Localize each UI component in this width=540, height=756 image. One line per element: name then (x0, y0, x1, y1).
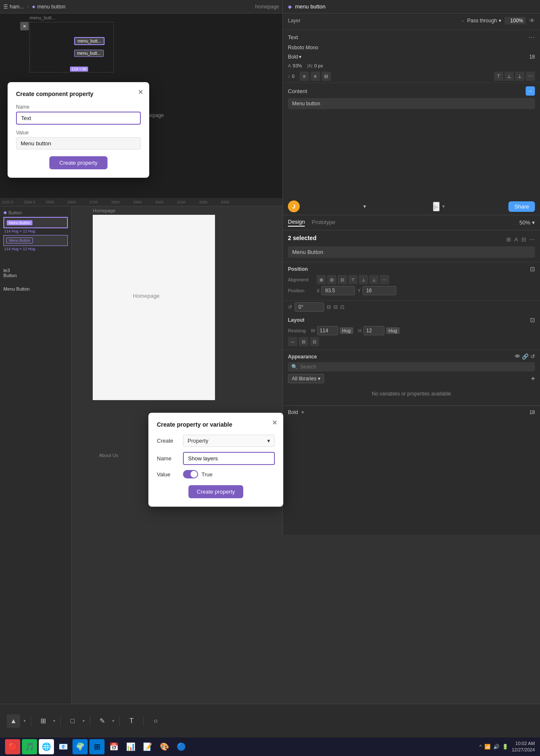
clock: 10:02 AM (512, 740, 535, 747)
width-input[interactable] (317, 326, 338, 335)
link-icon[interactable]: 🔗 (522, 353, 529, 360)
valign-bot-btn[interactable]: ⊥ (515, 72, 524, 81)
homepage-center-text: Homepage (133, 293, 160, 299)
taskbar-icon-figma[interactable]: 🔴 (5, 739, 20, 754)
text-options-icon[interactable]: ⋯ (528, 33, 535, 41)
taskbar-icon-app[interactable]: 🔵 (174, 739, 189, 754)
align-right-btn[interactable]: ⊡ (338, 275, 347, 284)
align-left-btn[interactable]: ≡ (300, 72, 309, 81)
rpb-toolbar: J ▾ ▶ ▾ Share (283, 198, 540, 215)
align-mid-btn[interactable]: ⊥ (359, 275, 368, 284)
more-text-options-btn[interactable]: ⋯ (526, 72, 535, 81)
breadcrumb-separator: › (27, 4, 29, 10)
play-btn[interactable]: ▶ (433, 202, 440, 211)
dialog2-toggle[interactable] (183, 470, 198, 478)
dialog1-close-btn[interactable]: ✕ (138, 88, 143, 96)
layout-options-icon[interactable]: ⊡ (530, 317, 535, 323)
font-size-bottom: 18 (529, 409, 535, 415)
constraint-center-btn[interactable]: ⊟ (299, 337, 308, 346)
valign-top-btn[interactable]: ⊤ (494, 72, 503, 81)
play-dropdown-btn[interactable]: ▾ (442, 203, 445, 209)
dialog1-value-display: Menu button (16, 137, 141, 150)
pen-tool-btn[interactable]: ✎ (95, 714, 109, 728)
position-row: Position X Y (288, 286, 535, 295)
dialog2-create-select[interactable]: Property ▾ (183, 435, 275, 447)
rotate-input[interactable] (295, 302, 324, 312)
valign-mid-btn[interactable]: ⊥ (505, 72, 514, 81)
dialog1-create-btn[interactable]: Create property (49, 156, 107, 169)
dialog1-name-input[interactable] (16, 112, 141, 125)
position-y-input[interactable] (363, 286, 396, 295)
taskbar-icon-edge[interactable]: 🌍 (73, 739, 88, 754)
pen-tool-dropdown-icon[interactable]: ▾ (112, 719, 114, 723)
align-center-btn[interactable]: ≡ (311, 72, 320, 81)
alignment-icons: ⊞ ⊟ ⊡ ⊤ ⊥ ⊥ ⋯ (317, 275, 389, 284)
canvas-homepage-frame: Homepage (93, 215, 215, 400)
tool-dropdown-icon[interactable]: ▾ (24, 719, 26, 723)
tab-design[interactable]: Design (288, 219, 305, 227)
taskbar-icon-figma2[interactable]: 🎨 (157, 739, 172, 754)
refresh-icon[interactable]: ↺ (530, 353, 535, 360)
avatar-dropdown-btn[interactable]: ▾ (363, 203, 366, 209)
font-weight-select[interactable]: Bold ▾ (288, 54, 301, 60)
content-value: Menu button (288, 98, 535, 109)
zoom-selector[interactable]: 50% ▾ (519, 219, 535, 226)
grid-icon-btn[interactable]: ⊟ (521, 236, 526, 243)
dialog2-create-btn[interactable]: Create property (188, 485, 243, 498)
dialog2-close-btn[interactable]: ✕ (272, 419, 277, 427)
library-select[interactable]: All libraries ▾ (288, 374, 324, 383)
text-align-row: ≡ ≡ ⊟ (300, 72, 331, 81)
taskbar-icon-notes[interactable]: 📝 (140, 739, 155, 754)
taskbar-icon-mail[interactable]: 📧 (56, 739, 71, 754)
blend-mode-select[interactable]: Pass through ▾ (467, 18, 501, 24)
taskbar-icon-outlook[interactable]: 📅 (106, 739, 121, 754)
font-size-input[interactable]: 18 (529, 54, 535, 60)
date: 12/27/2024 (512, 747, 535, 753)
content-link-btn[interactable]: → (526, 86, 535, 96)
taskbar-icon-chrome[interactable]: 🌐 (39, 739, 54, 754)
dialog2-name-input[interactable] (183, 452, 275, 465)
eye-icon[interactable]: 👁 (529, 17, 535, 24)
share-btn[interactable]: Share (508, 201, 535, 212)
select-tool-btn[interactable]: ▲ (7, 714, 20, 728)
constraint-right-btn[interactable]: ⊡ (310, 337, 319, 346)
frame-tool-btn[interactable]: ⊞ (36, 714, 50, 728)
align-top-btn[interactable]: ⊤ (348, 275, 357, 284)
resize-constraint-icons: ↔ ⊟ ⊡ (288, 337, 535, 346)
height-input[interactable] (363, 326, 384, 335)
constraint-left-btn[interactable]: ↔ (288, 337, 297, 346)
close-frame-btn[interactable]: ✕ (20, 22, 29, 30)
frame-tool-dropdown-icon[interactable]: ▾ (53, 719, 55, 723)
menu-btn-chip-sidebar-2: Menu Button (6, 238, 33, 243)
taskbar-chevron[interactable]: ^ (479, 744, 482, 750)
more-align-btn[interactable]: ⋯ (380, 275, 389, 284)
menu-button-row-2: Menu Button (3, 235, 68, 246)
top-toolbar: ☰ ham... › ◆ menu button homepage (0, 0, 282, 13)
text-tool-btn[interactable]: T (125, 714, 138, 728)
canvas-menu-button-label: Menu Button (3, 286, 68, 291)
add-library-btn[interactable]: + (531, 375, 535, 382)
align-center-btn[interactable]: ⊟ (327, 275, 336, 284)
align-bot-btn[interactable]: ⊥ (369, 275, 379, 284)
text-icon-btn[interactable]: A (514, 236, 518, 243)
taskbar-icon-windows[interactable]: ⊞ (89, 739, 105, 754)
position-x-input[interactable] (321, 286, 355, 295)
rect-tool-dropdown-icon[interactable]: ▾ (83, 719, 85, 723)
align-right-btn[interactable]: ⊟ (322, 72, 331, 81)
appearance-search-input[interactable] (300, 364, 532, 370)
breadcrumb-ham[interactable]: ☰ ham... (3, 4, 24, 10)
opacity-input[interactable]: 100% (505, 17, 526, 24)
breadcrumb-component[interactable]: ◆ menu button (32, 4, 65, 10)
flip-v-icon: ⊟ (333, 304, 338, 310)
shape-tool-btn[interactable]: ○ (149, 714, 162, 728)
position-options-icon[interactable]: ⊡ (530, 266, 535, 272)
tab-prototype[interactable]: Prototype (312, 219, 335, 226)
eye-icon[interactable]: 👁 (515, 353, 520, 360)
rect-tool-btn[interactable]: □ (66, 714, 79, 728)
more-btn[interactable]: ⋯ (529, 236, 535, 243)
dialog1-title: Create component property (16, 91, 141, 97)
taskbar-icon-spotify[interactable]: 🎵 (22, 739, 37, 754)
component-icon-btn[interactable]: ⊞ (506, 236, 511, 243)
align-left-btn[interactable]: ⊞ (317, 275, 326, 284)
taskbar-icon-excel[interactable]: 📊 (123, 739, 138, 754)
